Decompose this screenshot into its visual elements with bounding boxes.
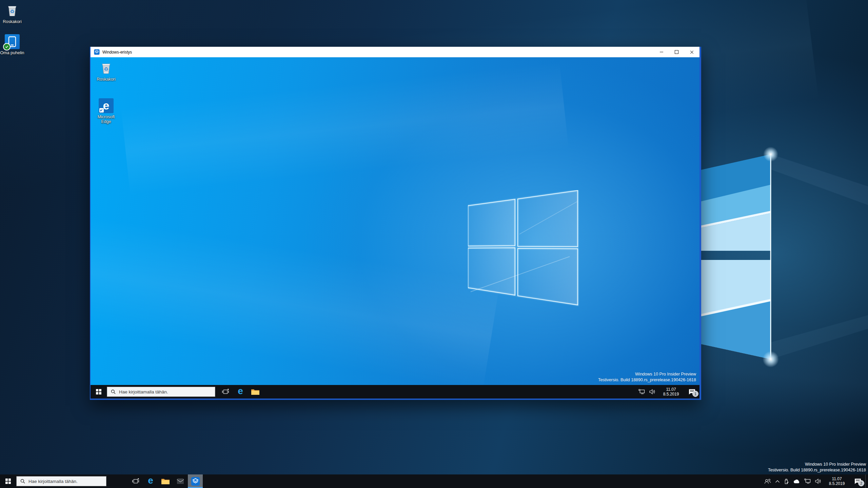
recycle-bin-icon: ♻ bbox=[98, 60, 114, 76]
windows-sandbox-icon bbox=[94, 49, 100, 55]
clock-time: 11.07 bbox=[825, 476, 849, 481]
search-input[interactable] bbox=[28, 479, 106, 484]
mail-icon bbox=[176, 478, 184, 484]
wallpaper-light-beam bbox=[121, 62, 569, 195]
windows-sandbox-icon bbox=[191, 477, 200, 486]
shortcut-arrow-icon bbox=[99, 108, 104, 113]
maximize-icon bbox=[675, 50, 678, 54]
edge-taskbar-button[interactable]: e bbox=[143, 474, 158, 488]
tray-overflow-button[interactable] bbox=[773, 474, 782, 488]
desktop-icon-label: Roskakori bbox=[97, 77, 116, 82]
watermark-line1: Windows 10 Pro Insider Preview bbox=[598, 371, 696, 377]
network-button[interactable] bbox=[802, 474, 813, 488]
action-center-button[interactable]: 2 bbox=[850, 474, 865, 488]
desktop-icon-label: Oma puhelin bbox=[0, 50, 24, 55]
network-button[interactable] bbox=[636, 385, 647, 399]
edge-icon: e bbox=[148, 476, 153, 485]
taskbar-clock[interactable]: 11.07 8.5.2019 bbox=[657, 387, 685, 396]
svg-text:♻: ♻ bbox=[10, 8, 14, 15]
wallpaper-light-beam bbox=[91, 215, 500, 385]
file-explorer-icon bbox=[251, 388, 260, 395]
task-view-button[interactable] bbox=[128, 474, 143, 488]
watermark-line1: Windows 10 Pro Insider Preview bbox=[768, 462, 866, 467]
sandbox-taskbar: e bbox=[91, 385, 699, 399]
volume-icon bbox=[815, 479, 821, 484]
svg-text:♻: ♻ bbox=[104, 66, 108, 72]
desktop-icon-microsoft-edge[interactable]: e Microsoft Edge bbox=[94, 98, 118, 124]
search-icon bbox=[111, 389, 116, 394]
taskbar-clock[interactable]: 11.07 8.5.2019 bbox=[823, 476, 850, 486]
show-desktop-button[interactable] bbox=[865, 474, 868, 488]
start-icon bbox=[5, 479, 11, 484]
task-view-icon bbox=[132, 478, 139, 485]
file-explorer-button[interactable] bbox=[158, 474, 173, 488]
edge-taskbar-button[interactable]: e bbox=[233, 385, 248, 399]
start-icon bbox=[96, 389, 102, 395]
mail-button[interactable] bbox=[173, 474, 188, 488]
start-button[interactable] bbox=[0, 474, 16, 488]
your-phone-icon bbox=[4, 34, 20, 49]
network-icon bbox=[804, 479, 811, 484]
search-input[interactable] bbox=[118, 389, 215, 395]
close-button[interactable] bbox=[684, 47, 699, 57]
file-explorer-button[interactable] bbox=[248, 385, 263, 399]
recycle-bin-icon: ♻ bbox=[4, 3, 20, 18]
search-icon bbox=[20, 479, 25, 484]
build-watermark: Windows 10 Pro Insider Preview Testivers… bbox=[768, 462, 866, 473]
network-icon bbox=[638, 389, 645, 394]
usb-icon bbox=[784, 479, 789, 484]
notification-badge: 2 bbox=[858, 480, 864, 486]
start-button[interactable] bbox=[91, 385, 107, 399]
sandbox-window: Windows-eristys bbox=[90, 47, 701, 400]
system-tray: 11.07 8.5.2019 1 bbox=[636, 385, 699, 399]
maximize-button[interactable] bbox=[669, 47, 684, 57]
minimize-button[interactable] bbox=[654, 47, 669, 57]
people-button[interactable] bbox=[762, 474, 773, 488]
desktop-icon-label: Microsoft Edge bbox=[94, 115, 118, 124]
notification-badge: 1 bbox=[692, 391, 698, 397]
watermark-line2: Testiversio. Build 18890.rs_prerelease.1… bbox=[598, 377, 696, 383]
windows-sandbox-taskbar-button[interactable] bbox=[188, 474, 203, 488]
close-icon bbox=[690, 50, 694, 54]
clock-date: 8.5.2019 bbox=[825, 481, 849, 486]
clock-time: 11.07 bbox=[659, 387, 683, 392]
clock-date: 8.5.2019 bbox=[659, 392, 683, 396]
task-view-icon bbox=[222, 388, 229, 395]
host-taskbar: e bbox=[0, 474, 868, 488]
sandbox-desktop: ♻ Roskakori e Microsoft Edge bbox=[91, 57, 699, 385]
system-tray: 11.07 8.5.2019 2 bbox=[762, 474, 868, 488]
edge-icon: e bbox=[98, 98, 114, 114]
edge-icon: e bbox=[238, 386, 243, 396]
onedrive-cloud-icon bbox=[793, 479, 800, 484]
desktop-icon-label: Roskakori bbox=[3, 19, 22, 24]
onedrive-button[interactable] bbox=[791, 474, 802, 488]
sandbox-titlebar[interactable]: Windows-eristys bbox=[91, 47, 699, 57]
usb-button[interactable] bbox=[782, 474, 791, 488]
window-title: Windows-eristys bbox=[102, 50, 654, 55]
hero-windows-logo bbox=[468, 190, 582, 307]
build-watermark: Windows 10 Pro Insider Preview Testivers… bbox=[598, 371, 696, 383]
action-center-button[interactable]: 1 bbox=[685, 385, 699, 399]
desktop-icon-recycle-bin[interactable]: ♻ Roskakori bbox=[94, 60, 118, 82]
minimize-icon bbox=[660, 52, 663, 52]
taskbar-search[interactable] bbox=[107, 387, 215, 397]
task-view-button[interactable] bbox=[218, 385, 233, 399]
check-badge-icon bbox=[3, 43, 11, 50]
watermark-line2: Testiversio. Build 18890.rs_prerelease.1… bbox=[768, 467, 866, 473]
volume-button[interactable] bbox=[647, 385, 657, 399]
taskbar-search[interactable] bbox=[16, 476, 106, 486]
desktop-icon-your-phone[interactable]: Oma puhelin bbox=[0, 34, 24, 55]
volume-button[interactable] bbox=[813, 474, 823, 488]
desktop-icon-recycle-bin[interactable]: ♻ Roskakori bbox=[0, 3, 24, 24]
people-icon bbox=[764, 479, 771, 484]
outer-desktop: ♻ Roskakori Oma puhelin Windows 10 Pro I… bbox=[0, 0, 868, 488]
chevron-up-icon bbox=[775, 480, 780, 483]
edge-glyph: e bbox=[103, 100, 110, 111]
file-explorer-icon bbox=[161, 478, 170, 485]
volume-icon bbox=[649, 389, 655, 394]
